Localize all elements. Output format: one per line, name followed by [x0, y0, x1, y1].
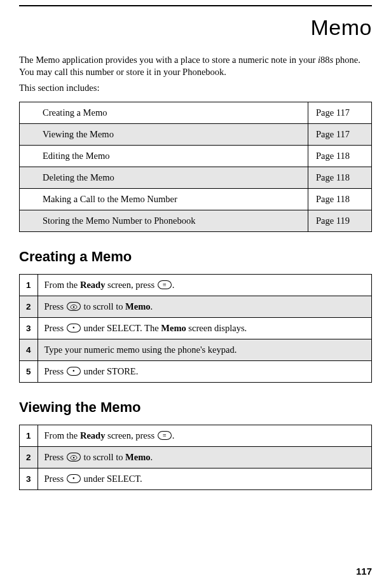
step-text-frag: under STORE.: [81, 366, 139, 376]
toc-row: Creating a Memo Page 117: [20, 102, 372, 123]
step-number: 1: [20, 425, 38, 446]
toc-label: Making a Call to the Memo Number: [20, 188, 308, 210]
section-heading-creating: Creating a Memo: [19, 249, 372, 265]
toc-label: Creating a Memo: [20, 102, 308, 123]
step-row: 2 Press to scroll to Memo.: [20, 446, 372, 468]
step-text-frag: screen displays.: [186, 323, 247, 333]
intro-paragraph-2: This section includes:: [19, 82, 372, 94]
toc-page: Page 117: [308, 102, 372, 123]
step-text-bold: Ready: [80, 430, 105, 441]
steps-viewing-memo: 1 From the Ready screen, press . 2 Press…: [19, 425, 372, 490]
step-row: 3 Press under SELECT. The Memo screen di…: [20, 317, 372, 339]
step-text-bold: Memo: [161, 323, 186, 333]
softkey-icon: [67, 474, 81, 483]
step-text-frag: Press: [45, 452, 66, 462]
step-text-frag: to scroll to: [81, 301, 125, 311]
toc-label: Viewing the Memo: [20, 123, 308, 145]
menu-key-icon: [158, 280, 172, 289]
toc-page: Page 118: [308, 167, 372, 188]
model-88: 88: [320, 55, 330, 65]
step-row: 1 From the Ready screen, press .: [20, 274, 372, 296]
toc-label: Deleting the Memo: [20, 167, 308, 188]
step-text-frag: .: [172, 280, 175, 290]
page-number: 117: [356, 566, 372, 577]
section-heading-viewing: Viewing the Memo: [19, 399, 372, 416]
top-rule: [19, 5, 372, 6]
step-text: Press under STORE.: [38, 360, 371, 382]
step-text-frag: From the: [45, 430, 80, 441]
step-row: 1 From the Ready screen, press .: [20, 425, 372, 446]
scroll-key-icon: [67, 453, 81, 462]
step-text-frag: .: [151, 452, 153, 462]
step-row: 3 Press under SELECT.: [20, 468, 372, 489]
chapter-title: Memo: [19, 15, 372, 40]
step-number: 3: [20, 317, 38, 339]
step-text-frag: screen, press: [105, 430, 156, 441]
step-text-frag: Press: [45, 366, 66, 376]
step-number: 5: [20, 360, 38, 382]
step-number: 1: [20, 274, 38, 296]
toc-row: Viewing the Memo Page 117: [20, 123, 372, 145]
toc-row: Deleting the Memo Page 118: [20, 167, 372, 188]
intro-paragraph-1: The Memo application provides you with a…: [19, 54, 372, 78]
step-text-bold: Memo: [125, 301, 150, 311]
step-text: From the Ready screen, press .: [38, 425, 371, 446]
intro-block: The Memo application provides you with a…: [19, 54, 372, 94]
step-text-frag: Press: [45, 474, 66, 484]
step-text-bold: Ready: [80, 280, 105, 290]
toc-page: Page 118: [308, 188, 372, 210]
svg-point-3: [73, 457, 74, 458]
softkey-icon: [67, 324, 81, 332]
step-text: Press to scroll to Memo.: [38, 296, 371, 317]
step-text-frag: Press: [45, 301, 66, 311]
svg-point-1: [73, 306, 74, 308]
step-number: 2: [20, 296, 38, 317]
toc-label: Editing the Memo: [20, 145, 308, 167]
toc-page: Page 118: [308, 145, 372, 167]
step-text: Press under SELECT. The Memo screen disp…: [38, 317, 371, 339]
toc-row: Storing the Memo Number to Phonebook Pag…: [20, 210, 372, 231]
step-number: 2: [20, 446, 38, 468]
toc-page: Page 119: [308, 210, 372, 231]
step-text-bold: Memo: [125, 452, 150, 462]
toc-row: Making a Call to the Memo Number Page 11…: [20, 188, 372, 210]
toc-row: Editing the Memo Page 118: [20, 145, 372, 167]
step-text-frag: screen, press: [105, 280, 156, 290]
step-number: 4: [20, 339, 38, 360]
step-text: Press to scroll to Memo.: [38, 446, 371, 468]
step-text-frag: under SELECT. The: [81, 323, 161, 333]
step-text-frag: .: [172, 430, 175, 441]
toc-page: Page 117: [308, 123, 372, 145]
step-text: Press under SELECT.: [38, 468, 371, 489]
step-row: 4 Type your numeric memo using the phone…: [20, 339, 372, 360]
step-text: Type your numeric memo using the phone's…: [38, 339, 371, 360]
steps-creating-memo: 1 From the Ready screen, press . 2 Press…: [19, 274, 372, 383]
step-row: 2 Press to scroll to Memo.: [20, 296, 372, 317]
step-text-frag: to scroll to: [81, 452, 125, 462]
toc-table: Creating a Memo Page 117 Viewing the Mem…: [19, 102, 372, 232]
step-text: From the Ready screen, press .: [38, 274, 371, 296]
menu-key-icon: [158, 431, 172, 440]
step-text-frag: From the: [45, 280, 80, 290]
softkey-icon: [67, 367, 81, 376]
step-number: 3: [20, 468, 38, 489]
step-text-frag: under SELECT.: [81, 474, 142, 484]
step-row: 5 Press under STORE.: [20, 360, 372, 382]
step-text-frag: Press: [45, 323, 66, 333]
scroll-key-icon: [67, 302, 81, 311]
toc-label: Storing the Memo Number to Phonebook: [20, 210, 308, 231]
step-text-frag: .: [151, 301, 153, 311]
intro-text: The Memo application provides you with a…: [19, 55, 318, 65]
